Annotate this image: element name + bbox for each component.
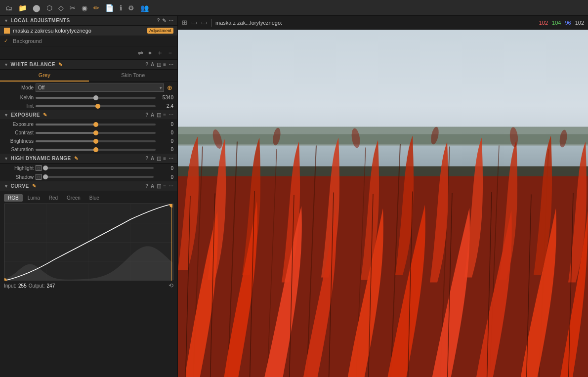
toolbar-icon-6[interactable]: ◉ [80, 3, 89, 13]
la-plus-icon[interactable]: ＋ [157, 48, 163, 57]
curve-more-icon[interactable]: ⋯ [168, 183, 174, 189]
exposure-track-3[interactable] [36, 149, 156, 151]
exposure-edit-icon[interactable]: ✎ [43, 112, 47, 118]
wb-tab-skintone[interactable]: Skin Tone [89, 70, 178, 82]
toolbar-icon-5[interactable]: ✂ [68, 3, 77, 13]
exposure-track-1[interactable] [36, 132, 156, 134]
curve-canvas[interactable] [4, 204, 172, 281]
toolbar-icon-10[interactable]: ⚙ [126, 3, 136, 13]
exposure-arrow[interactable]: ▼ [4, 113, 8, 118]
exp-list-icon[interactable]: ≡ [163, 112, 166, 118]
curve-panel: RGB Luma Red Green Blue Input: 255 Outpu… [0, 191, 177, 292]
exposure-thumb-0[interactable] [93, 122, 98, 127]
rgb-b-value: 96 [565, 20, 571, 26]
main-area: ▼ LOCAL ADJUSTMENTS ? ✎ ⋯ maska z zakres… [0, 16, 588, 377]
curve-arrow[interactable]: ▼ [4, 184, 8, 189]
local-adj-edit-icon[interactable]: ✎ [162, 18, 167, 23]
toolbar-icon-2[interactable]: ⬤ [31, 3, 42, 13]
toolbar-icon-1[interactable]: 📁 [17, 3, 28, 13]
adj-check-1[interactable]: ✓ [4, 38, 10, 44]
hdr-list-icon[interactable]: ≡ [163, 156, 166, 161]
exp-reset-icon[interactable]: A [151, 112, 155, 118]
tint-track[interactable] [36, 105, 156, 107]
exposure-thumb-1[interactable] [93, 130, 98, 135]
toolbar-icon-7[interactable]: ✏ [92, 3, 101, 13]
kelvin-track[interactable] [36, 97, 156, 99]
wb-help-icon[interactable]: ? [145, 62, 149, 67]
adj-item-name-0: maska z zakresu kolorytycznego [13, 28, 144, 34]
curve-tab-blue[interactable]: Blue [85, 194, 103, 202]
toolbar-icon-0[interactable]: 🗂 [4, 3, 14, 13]
exp-preset-icon[interactable]: ◫ [157, 112, 162, 118]
local-adj-more-icon[interactable]: ⋯ [168, 18, 174, 23]
la-sliders-icon[interactable]: ⇌ [138, 49, 143, 57]
mode-select[interactable]: Off Auto Daylight Cloudy [36, 84, 164, 92]
filename-label: maska z zak...lorytycznego: [215, 20, 535, 26]
exp-more-icon[interactable]: ⋯ [168, 112, 174, 118]
la-minus-icon[interactable]: － [167, 48, 173, 57]
wb-edit-icon[interactable]: ✎ [58, 62, 63, 67]
hdr-handle-0[interactable]: □ [36, 165, 42, 171]
curve-tab-red[interactable]: Red [45, 194, 62, 202]
curve-tab-luma[interactable]: Luma [24, 194, 44, 202]
local-adj-item-1[interactable]: ✓ Background [0, 36, 177, 46]
hdr-more-icon[interactable]: ⋯ [168, 156, 174, 161]
toolbar-icon-11[interactable]: 👥 [139, 3, 150, 13]
local-adj-help-icon[interactable]: ? [157, 18, 160, 23]
hdr-handle-1[interactable]: □ [36, 174, 42, 180]
single-view-icon[interactable]: ▭ [191, 19, 197, 26]
exposure-track-0[interactable] [36, 124, 156, 126]
toolbar-icon-8[interactable]: 📄 [104, 3, 115, 13]
grid-view-icon[interactable]: ⊞ [182, 19, 187, 26]
hdr-value-1: 0 [158, 174, 173, 180]
adj-checkbox-0[interactable] [4, 28, 10, 34]
hdr-edit-icon[interactable]: ✎ [74, 156, 79, 161]
exp-help-icon[interactable]: ? [145, 112, 149, 118]
curve-reset-btn[interactable]: ⟲ [168, 282, 173, 289]
curve-list-icon[interactable]: ≡ [163, 183, 166, 189]
kelvin-label: Kelvin [4, 95, 34, 100]
hdr-track-1[interactable] [45, 176, 154, 178]
local-adj-arrow[interactable]: ▼ [4, 18, 8, 23]
compare-view-icon[interactable]: ▭ [201, 19, 207, 26]
toolbar-icon-4[interactable]: ◇ [57, 3, 65, 13]
wb-preset-icon[interactable]: ◫ [157, 62, 162, 67]
la-dropper-icon[interactable]: ✦ [147, 49, 153, 57]
hdr-track-0[interactable] [45, 167, 154, 169]
kelvin-thumb[interactable] [93, 95, 98, 100]
curve-preset-icon[interactable]: ◫ [157, 183, 162, 189]
curve-canvas-wrapper[interactable] [4, 204, 173, 280]
local-adj-item-0[interactable]: maska z zakresu kolorytycznego Adjustmen… [0, 26, 177, 36]
tint-thumb[interactable] [95, 104, 100, 109]
exposure-value-3: 0 [158, 147, 173, 152]
adj-item-name-1: Background [13, 38, 173, 44]
hdr-thumb-1[interactable] [43, 174, 48, 179]
exposure-track-2[interactable] [36, 140, 156, 142]
toolbar-icon-3[interactable]: ⬡ [45, 3, 54, 13]
hdr-arrow[interactable]: ▼ [4, 156, 8, 161]
hdr-preset-icon[interactable]: ◫ [157, 156, 162, 161]
hdr-thumb-0[interactable] [43, 166, 48, 170]
hdr-help-icon[interactable]: ? [145, 156, 149, 161]
exposure-fill-2 [36, 140, 96, 142]
curve-help-icon[interactable]: ? [145, 183, 149, 189]
toolbar-icon-9[interactable]: ℹ [118, 3, 124, 13]
wb-tab-grey[interactable]: Grey [0, 70, 89, 82]
curve-reset-icon[interactable]: A [151, 183, 155, 189]
wb-more-icon[interactable]: ⋯ [168, 62, 174, 67]
exposure-thumb-2[interactable] [93, 139, 98, 144]
eyedropper-button[interactable]: ⊕ [166, 84, 173, 91]
curve-input-value: 255 [18, 283, 27, 289]
hdr-reset-icon[interactable]: A [151, 156, 155, 161]
exposure-thumb-3[interactable] [93, 147, 98, 152]
curve-edit-icon[interactable]: ✎ [32, 183, 37, 189]
exposure-title: EXPOSURE [10, 112, 40, 118]
curve-output-value: 247 [47, 283, 55, 289]
wb-reset-icon[interactable]: A [151, 62, 155, 67]
curve-tab-rgb[interactable]: RGB [4, 194, 23, 202]
wb-arrow[interactable]: ▼ [4, 62, 8, 67]
wb-title: WHITE BALANCE [10, 62, 55, 67]
exposure-slider-label-1: Contrast [4, 130, 34, 135]
curve-tab-green[interactable]: Green [63, 194, 84, 202]
wb-list-icon[interactable]: ≡ [163, 62, 166, 67]
